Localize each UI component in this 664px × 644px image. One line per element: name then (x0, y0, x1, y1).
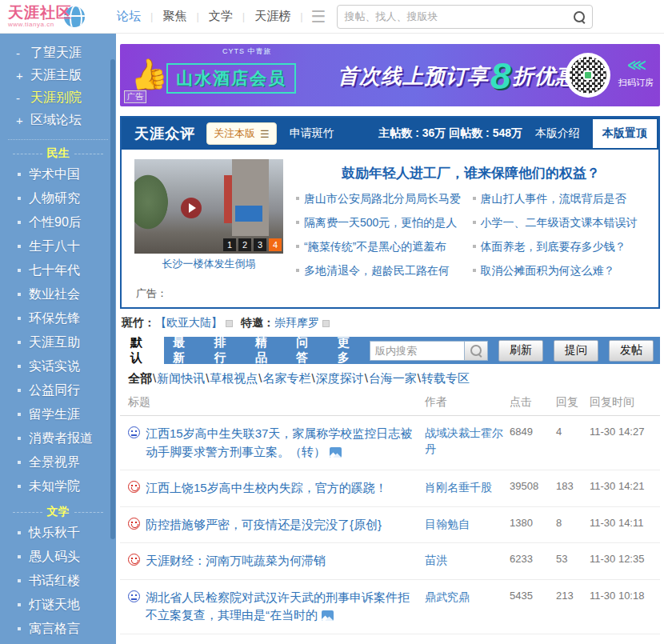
global-search-input[interactable] (344, 10, 573, 22)
carousel-page-4[interactable]: 4 (269, 238, 282, 251)
sidebar-item-消费者报道[interactable]: 消费者报道 (0, 426, 116, 450)
hamburger-menu-icon[interactable]: ☰ (311, 8, 326, 25)
sidebar-item-数业社会[interactable]: 数业社会 (0, 282, 116, 306)
topic-title-link[interactable]: 防控措施够严密，可疫情还是没完没了{原创} (146, 516, 382, 534)
sidebar-item-人物研究[interactable]: 人物研究 (0, 186, 116, 210)
table-header-col-title: 标题 (128, 395, 425, 410)
nav-link-3[interactable]: 文学 (209, 9, 233, 24)
expand-toggle-icon[interactable]: + (16, 69, 27, 82)
tab-更多[interactable]: 更多 (329, 335, 370, 366)
sidebar-item-label: 个性90后 (29, 214, 82, 231)
global-search-box (337, 5, 593, 29)
tab-board-pinned[interactable]: 本版置顶 (593, 119, 657, 148)
headline-link-1[interactable]: 唐山市公安局路北分局局长马爱 (296, 192, 470, 206)
sidebar-item-学术中国[interactable]: 学术中国 (0, 162, 116, 186)
sidebar-item-留学生涯[interactable]: 留学生涯 (0, 402, 116, 426)
section-dash (74, 512, 104, 513)
sidebar-item-愚人码头[interactable]: 愚人码头 (0, 545, 116, 569)
play-icon[interactable] (181, 198, 202, 218)
expand-toggle-icon[interactable]: - (16, 46, 27, 60)
headline-link-2[interactable]: 唐山打人事件，流氓背后是否 (473, 192, 646, 206)
expand-toggle-icon[interactable]: - (16, 91, 27, 105)
topic-reply-time: 11-30 14:21 (590, 479, 660, 492)
sidebar-item-实话实说[interactable]: 实话实说 (0, 354, 116, 378)
sidebar-item-个性90后[interactable]: 个性90后 (0, 210, 116, 234)
search-icon (470, 344, 482, 357)
filter-草根视点[interactable]: 草根视点 (210, 371, 258, 385)
headline-link-7[interactable]: 多地清退令，超龄民工路在何 (296, 264, 470, 278)
topic-title-link[interactable]: 江西上饶15岁高中生校内失踪，官方的蹊跷！ (146, 479, 387, 498)
featured-caption-link[interactable]: 长沙一楼体发生倒塌 (134, 257, 283, 271)
sidebar: -了望天涯+天涯主版-天涯别院+区域论坛民生学术中国人物研究个性90后生于八十七… (0, 34, 116, 644)
search-icon[interactable] (573, 10, 586, 23)
sidebar-item-公益同行[interactable]: 公益同行 (0, 378, 116, 402)
sidebar-item-了望天涯[interactable]: -了望天涯 (0, 42, 116, 64)
filter-台海一家[interactable]: 台海一家 (369, 371, 417, 385)
site-logo[interactable]: 天涯社区 www.tianya.cn (8, 5, 85, 28)
sidebar-item-灯谜天地[interactable]: 灯谜天地 (0, 593, 116, 617)
filter-全部[interactable]: 全部 (128, 371, 152, 385)
guest-moderator-label: 特邀： (241, 316, 274, 330)
carousel-page-1[interactable]: 1 (223, 238, 236, 251)
topic-author-link[interactable]: 目翰勉自 (425, 516, 510, 532)
nav-link-1[interactable]: 论坛 (117, 9, 141, 24)
carousel-page-2[interactable]: 2 (238, 238, 251, 251)
sidebar-item-未知学院[interactable]: 未知学院 (0, 474, 116, 498)
follow-board-button[interactable]: 关注本版 ☰ (206, 122, 277, 145)
sidebar-item-label: 天涯别院 (30, 90, 82, 106)
apply-moderator-link[interactable]: 申请斑竹 (290, 126, 334, 141)
filter-转载专区[interactable]: 转载专区 (422, 371, 470, 385)
tab-默认[interactable]: 默认 (120, 337, 164, 364)
tab-排行[interactable]: 排行 (206, 335, 246, 366)
filter-新闻快讯[interactable]: 新闻快讯 (157, 371, 205, 385)
topic-author-link[interactable]: 战域决裁士霍尔丹 (425, 425, 510, 458)
sidebar-item-天涯别院[interactable]: -天涯别院 (0, 86, 116, 109)
moderator-link[interactable]: 【欧亚大陆】 (155, 316, 222, 330)
featured-headline-link[interactable]: 鼓励年轻人进工厂，谁来保障他们的权益？ (296, 164, 646, 182)
headline-link-4[interactable]: 小学一、二年级语文课本错误讨 (473, 216, 646, 230)
topic-author-link[interactable]: 鼎武究鼎 (425, 589, 510, 605)
bullet-icon (18, 461, 21, 464)
nav-link-4[interactable]: 天涯榜 (254, 9, 290, 24)
tab-精品[interactable]: 精品 (246, 335, 287, 366)
board-search-input[interactable] (370, 341, 464, 361)
sidebar-item-七十年代[interactable]: 七十年代 (0, 258, 116, 282)
sidebar-item-寓言格言[interactable]: 寓言格言 (0, 617, 116, 641)
filter-深度探讨[interactable]: 深度探讨 (316, 371, 364, 385)
topic-title-link[interactable]: 湖北省人民检察院对武汉许天武的刑事申诉案件拒不立案复查，其理由是“在当时的 (146, 589, 417, 625)
sidebar-item-全景视界[interactable]: 全景视界 (0, 450, 116, 474)
moderator-status-icon (226, 320, 233, 327)
tab-问答[interactable]: 问答 (287, 335, 328, 366)
ad-banner[interactable]: 👍 CYTS 中青旅 山水酒店会员 首次线上预订享 8 折优惠 ⋘ 扫码订房 广… (120, 44, 660, 106)
carousel-page-3[interactable]: 3 (254, 238, 266, 251)
topic-title-link[interactable]: 天涯财经：河南万吨蔬菜为何滞销 (146, 552, 326, 570)
sidebar-scrollbar[interactable] (110, 59, 115, 539)
board-search-button[interactable] (464, 341, 488, 361)
nav-link-2[interactable]: 聚焦 (162, 9, 186, 24)
sidebar-item-天涯主版[interactable]: +天涯主版 (0, 64, 116, 86)
featured-video-thumbnail[interactable]: 1234 (134, 159, 283, 254)
toolbar-button-提问[interactable]: 提问 (554, 340, 598, 362)
headline-link-5[interactable]: “腌菜传统”不是黑心的遮羞布 (296, 240, 470, 254)
toolbar-button-发帖[interactable]: 发帖 (609, 340, 654, 362)
sidebar-item-区域论坛[interactable]: +区域论坛 (0, 109, 116, 131)
sidebar-item-环保先锋[interactable]: 环保先锋 (0, 306, 116, 330)
toolbar-button-刷新[interactable]: 刷新 (498, 340, 543, 362)
topic-author-link[interactable]: 肖刚名垂千股 (425, 479, 510, 495)
expand-toggle-icon[interactable]: + (16, 114, 27, 127)
sidebar-item-天涯互助[interactable]: 天涯互助 (0, 330, 116, 354)
headline-link-8[interactable]: 取消公摊面积为何这么难？ (473, 264, 646, 278)
bullet-icon (473, 269, 476, 272)
tab-最新[interactable]: 最新 (164, 335, 205, 366)
sidebar-item-书话红楼[interactable]: 书话红楼 (0, 569, 116, 593)
bullet-icon (296, 269, 299, 272)
sidebar-item-生于八十[interactable]: 生于八十 (0, 234, 116, 258)
tab-board-intro[interactable]: 本版介绍 (535, 126, 580, 141)
sidebar-item-快乐秋千[interactable]: 快乐秋千 (0, 521, 116, 545)
filter-名家专栏[interactable]: 名家专栏 (263, 371, 311, 385)
topic-title-link[interactable]: 江西15岁高中生失联37天，家属称学校监控日志被动手脚要求警方刑事立案。（转） (146, 425, 417, 461)
headline-link-6[interactable]: 体面养老，到底要存多少钱？ (473, 240, 646, 254)
headline-link-3[interactable]: 隔离费一天500元，更怕的是人 (296, 216, 470, 230)
topic-author-link[interactable]: 苗洪 (425, 552, 510, 568)
guest-moderator-link[interactable]: 崇拜摩罗 (274, 316, 319, 330)
